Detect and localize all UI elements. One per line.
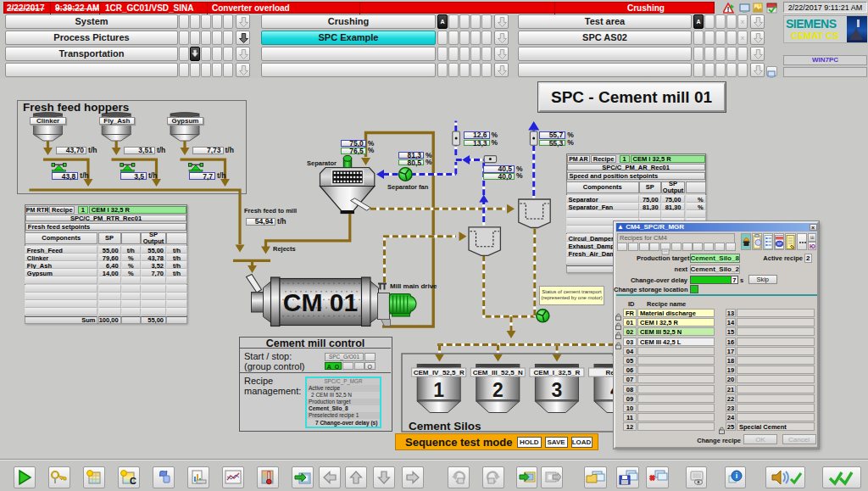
svg-text:CM 01: CM 01	[283, 288, 358, 316]
svg-text:C: C	[130, 476, 136, 486]
svg-text:2: 2	[492, 379, 504, 401]
svg-text:1: 1	[433, 379, 444, 401]
svg-text:i: i	[736, 471, 738, 480]
svg-text:CEM_I_32,5_R: CEM_I_32,5_R	[534, 369, 581, 377]
svg-text:CEM_III_52,5_N: CEM_III_52,5_N	[473, 369, 523, 377]
svg-text:CEM_IV_52,5_R: CEM_IV_52,5_R	[414, 369, 465, 377]
svg-text:SP: SP	[777, 242, 782, 246]
svg-text:Cement Silos: Cement Silos	[409, 420, 481, 432]
svg-text:3: 3	[552, 379, 563, 401]
